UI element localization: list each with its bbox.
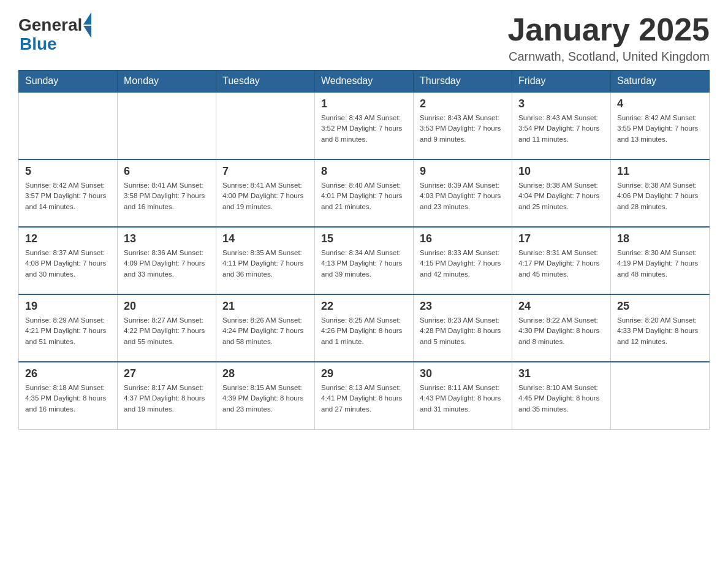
day-info: Sunrise: 8:42 AM Sunset: 3:57 PM Dayligh… [25, 180, 111, 212]
day-number: 7 [222, 165, 308, 178]
day-info: Sunrise: 8:43 AM Sunset: 3:52 PM Dayligh… [321, 113, 407, 145]
calendar-cell [216, 92, 315, 159]
day-number: 28 [222, 367, 308, 380]
calendar-cell: 17Sunrise: 8:31 AM Sunset: 4:17 PM Dayli… [512, 227, 611, 294]
day-number: 13 [124, 232, 210, 245]
day-number: 30 [420, 367, 506, 380]
calendar-cell [118, 92, 216, 159]
day-number: 23 [420, 300, 506, 313]
weekday-header-friday: Friday [512, 71, 611, 93]
day-info: Sunrise: 8:23 AM Sunset: 4:28 PM Dayligh… [420, 315, 506, 347]
day-number: 29 [321, 367, 407, 380]
day-info: Sunrise: 8:11 AM Sunset: 4:43 PM Dayligh… [420, 383, 506, 415]
day-number: 8 [321, 165, 407, 178]
calendar-cell: 3Sunrise: 8:43 AM Sunset: 3:54 PM Daylig… [512, 92, 611, 159]
calendar-cell: 1Sunrise: 8:43 AM Sunset: 3:52 PM Daylig… [315, 92, 414, 159]
weekday-header-monday: Monday [118, 71, 216, 93]
month-title: January 2025 [507, 12, 710, 47]
calendar-cell [611, 362, 710, 429]
calendar-cell: 30Sunrise: 8:11 AM Sunset: 4:43 PM Dayli… [414, 362, 512, 429]
calendar-cell: 12Sunrise: 8:37 AM Sunset: 4:08 PM Dayli… [19, 227, 118, 294]
calendar-cell: 19Sunrise: 8:29 AM Sunset: 4:21 PM Dayli… [19, 294, 118, 362]
day-number: 15 [321, 232, 407, 245]
day-number: 21 [222, 300, 308, 313]
day-number: 26 [25, 367, 111, 380]
day-number: 3 [518, 98, 604, 110]
day-info: Sunrise: 8:39 AM Sunset: 4:03 PM Dayligh… [420, 180, 506, 212]
day-info: Sunrise: 8:43 AM Sunset: 3:54 PM Dayligh… [518, 113, 604, 145]
page-header: General Blue January 2025 Carnwath, Scot… [18, 12, 710, 64]
day-info: Sunrise: 8:33 AM Sunset: 4:15 PM Dayligh… [420, 248, 506, 280]
calendar-cell: 8Sunrise: 8:40 AM Sunset: 4:01 PM Daylig… [315, 159, 414, 227]
day-info: Sunrise: 8:15 AM Sunset: 4:39 PM Dayligh… [222, 383, 308, 415]
calendar-cell [19, 92, 118, 159]
calendar-table: SundayMondayTuesdayWednesdayThursdayFrid… [18, 70, 710, 430]
calendar-week-row: 5Sunrise: 8:42 AM Sunset: 3:57 PM Daylig… [19, 159, 710, 227]
day-info: Sunrise: 8:38 AM Sunset: 4:04 PM Dayligh… [518, 180, 604, 212]
day-info: Sunrise: 8:40 AM Sunset: 4:01 PM Dayligh… [321, 180, 407, 212]
day-number: 4 [617, 98, 703, 110]
calendar-week-row: 19Sunrise: 8:29 AM Sunset: 4:21 PM Dayli… [19, 294, 710, 362]
day-info: Sunrise: 8:41 AM Sunset: 3:58 PM Dayligh… [124, 180, 210, 212]
calendar-cell: 5Sunrise: 8:42 AM Sunset: 3:57 PM Daylig… [19, 159, 118, 227]
day-info: Sunrise: 8:30 AM Sunset: 4:19 PM Dayligh… [617, 248, 703, 280]
weekday-header-row: SundayMondayTuesdayWednesdayThursdayFrid… [19, 71, 710, 93]
day-info: Sunrise: 8:20 AM Sunset: 4:33 PM Dayligh… [617, 315, 703, 347]
day-info: Sunrise: 8:29 AM Sunset: 4:21 PM Dayligh… [25, 315, 111, 347]
location-text: Carnwath, Scotland, United Kingdom [507, 50, 710, 64]
weekday-header-saturday: Saturday [611, 71, 710, 93]
calendar-week-row: 1Sunrise: 8:43 AM Sunset: 3:52 PM Daylig… [19, 92, 710, 159]
logo-general-text: General [18, 15, 82, 35]
day-info: Sunrise: 8:26 AM Sunset: 4:24 PM Dayligh… [222, 315, 308, 347]
day-info: Sunrise: 8:13 AM Sunset: 4:41 PM Dayligh… [321, 383, 407, 415]
calendar-cell: 21Sunrise: 8:26 AM Sunset: 4:24 PM Dayli… [216, 294, 315, 362]
calendar-cell: 20Sunrise: 8:27 AM Sunset: 4:22 PM Dayli… [118, 294, 216, 362]
day-info: Sunrise: 8:10 AM Sunset: 4:45 PM Dayligh… [518, 383, 604, 415]
calendar-cell: 15Sunrise: 8:34 AM Sunset: 4:13 PM Dayli… [315, 227, 414, 294]
day-number: 17 [518, 232, 604, 245]
day-info: Sunrise: 8:37 AM Sunset: 4:08 PM Dayligh… [25, 248, 111, 280]
day-number: 19 [25, 300, 111, 313]
day-info: Sunrise: 8:27 AM Sunset: 4:22 PM Dayligh… [124, 315, 210, 347]
calendar-cell: 16Sunrise: 8:33 AM Sunset: 4:15 PM Dayli… [414, 227, 512, 294]
day-info: Sunrise: 8:31 AM Sunset: 4:17 PM Dayligh… [518, 248, 604, 280]
day-info: Sunrise: 8:36 AM Sunset: 4:09 PM Dayligh… [124, 248, 210, 280]
calendar-cell: 25Sunrise: 8:20 AM Sunset: 4:33 PM Dayli… [611, 294, 710, 362]
calendar-cell: 9Sunrise: 8:39 AM Sunset: 4:03 PM Daylig… [414, 159, 512, 227]
weekday-header-tuesday: Tuesday [216, 71, 315, 93]
day-number: 22 [321, 300, 407, 313]
calendar-cell: 7Sunrise: 8:41 AM Sunset: 4:00 PM Daylig… [216, 159, 315, 227]
weekday-header-wednesday: Wednesday [315, 71, 414, 93]
day-info: Sunrise: 8:43 AM Sunset: 3:53 PM Dayligh… [420, 113, 506, 145]
calendar-cell: 14Sunrise: 8:35 AM Sunset: 4:11 PM Dayli… [216, 227, 315, 294]
calendar-cell: 2Sunrise: 8:43 AM Sunset: 3:53 PM Daylig… [414, 92, 512, 159]
day-number: 11 [617, 165, 703, 178]
calendar-cell: 4Sunrise: 8:42 AM Sunset: 3:55 PM Daylig… [611, 92, 710, 159]
day-info: Sunrise: 8:17 AM Sunset: 4:37 PM Dayligh… [124, 383, 210, 415]
day-number: 10 [518, 165, 604, 178]
logo-blue-text: Blue [20, 34, 57, 54]
day-number: 14 [222, 232, 308, 245]
calendar-cell: 31Sunrise: 8:10 AM Sunset: 4:45 PM Dayli… [512, 362, 611, 429]
day-info: Sunrise: 8:41 AM Sunset: 4:00 PM Dayligh… [222, 180, 308, 212]
calendar-cell: 29Sunrise: 8:13 AM Sunset: 4:41 PM Dayli… [315, 362, 414, 429]
day-number: 12 [25, 232, 111, 245]
calendar-cell: 6Sunrise: 8:41 AM Sunset: 3:58 PM Daylig… [118, 159, 216, 227]
day-number: 16 [420, 232, 506, 245]
day-info: Sunrise: 8:42 AM Sunset: 3:55 PM Dayligh… [617, 113, 703, 145]
day-number: 25 [617, 300, 703, 313]
calendar-cell: 18Sunrise: 8:30 AM Sunset: 4:19 PM Dayli… [611, 227, 710, 294]
day-number: 27 [124, 367, 210, 380]
calendar-cell: 28Sunrise: 8:15 AM Sunset: 4:39 PM Dayli… [216, 362, 315, 429]
day-info: Sunrise: 8:34 AM Sunset: 4:13 PM Dayligh… [321, 248, 407, 280]
day-number: 6 [124, 165, 210, 178]
title-section: January 2025 Carnwath, Scotland, United … [507, 12, 710, 64]
calendar-cell: 11Sunrise: 8:38 AM Sunset: 4:06 PM Dayli… [611, 159, 710, 227]
calendar-cell: 23Sunrise: 8:23 AM Sunset: 4:28 PM Dayli… [414, 294, 512, 362]
day-number: 31 [518, 367, 604, 380]
calendar-cell: 22Sunrise: 8:25 AM Sunset: 4:26 PM Dayli… [315, 294, 414, 362]
day-number: 24 [518, 300, 604, 313]
day-number: 2 [420, 98, 506, 110]
day-number: 18 [617, 232, 703, 245]
calendar-week-row: 26Sunrise: 8:18 AM Sunset: 4:35 PM Dayli… [19, 362, 710, 429]
